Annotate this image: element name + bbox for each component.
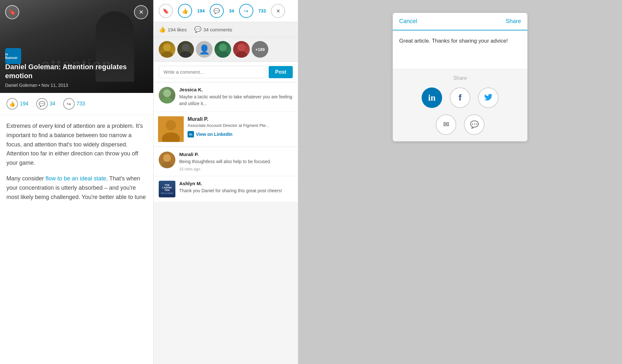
murali-comment-time: 15 mins ago xyxy=(179,167,293,171)
view-linkedin-button[interactable]: in View on LinkedIn xyxy=(188,131,293,137)
like-icon-circle: 👍 xyxy=(6,98,18,110)
share-icons-row-1: in f xyxy=(399,87,521,108)
comment-input-row: Post xyxy=(154,62,298,82)
share-card: Cancel Share Great article. Thanks for s… xyxy=(393,13,527,141)
share-card-header: Cancel Share xyxy=(393,13,527,30)
header-share-button[interactable]: ↪ xyxy=(239,4,253,18)
linkedin-card: Murali P. Associate Account Director at … xyxy=(154,112,298,147)
cancel-button[interactable]: Cancel xyxy=(399,18,417,25)
share-icons-row-2: ✉ 💬 xyxy=(399,114,521,135)
header-like-button[interactable]: 👍 xyxy=(178,4,192,18)
liker-avatar-4 xyxy=(214,41,231,58)
article-paragraph-1: Extremes of every kind of attention are … xyxy=(6,121,147,168)
linkedin-card-inner: Murali P. Associate Account Director at … xyxy=(158,116,293,142)
close-icon: ✕ xyxy=(139,9,144,16)
share-icon-circle: ↪ xyxy=(63,98,75,110)
article-actions: 👍 194 💬 34 ↪ 733 xyxy=(0,93,153,115)
meta-separator: • xyxy=(38,83,41,88)
paragraph2-prefix: Many consider xyxy=(6,175,46,182)
brand-text: in fluencer xyxy=(5,53,21,60)
share-email-button[interactable]: ✉ xyxy=(436,114,456,135)
jessica-name: Jessica K. xyxy=(179,87,293,92)
svg-point-5 xyxy=(217,51,229,58)
svg-point-7 xyxy=(236,51,247,58)
header-bookmark-button[interactable]: 🔖 xyxy=(159,4,173,18)
share-button[interactable]: Share xyxy=(506,18,521,25)
twitter-icon xyxy=(484,93,493,103)
share-linkedin-button[interactable]: in xyxy=(422,87,442,108)
header-close-icon: ✕ xyxy=(276,8,280,14)
murali-comment-text: Being thoughtless will also help to be f… xyxy=(179,158,293,165)
like-count: 194 xyxy=(20,101,29,107)
comments-stat-icon: 💬 xyxy=(194,26,201,33)
svg-point-13 xyxy=(163,154,171,162)
murali-card-title: Associate Account Director at Figment Pt… xyxy=(188,123,293,128)
murali-comment-name: Murali P. xyxy=(179,152,293,157)
jessica-comment-content: Jessica K. Maybe a tactic would be to ta… xyxy=(179,87,293,107)
comment-icon-circle: 💬 xyxy=(36,98,48,110)
svg-point-9 xyxy=(161,97,173,103)
comment-icon: 💬 xyxy=(39,101,45,107)
close-article-button[interactable]: ✕ xyxy=(134,5,148,19)
murali-comment-content: Murali P. Being thoughtless will also he… xyxy=(179,152,293,171)
post-comment-button[interactable]: Post xyxy=(269,66,293,78)
svg-point-1 xyxy=(161,51,173,58)
liker-avatar-5 xyxy=(233,41,250,58)
share-message-text[interactable]: Great article. Thanks for sharing your a… xyxy=(399,37,521,45)
ashlyn-name: Ashlyn M. xyxy=(179,181,293,186)
comment-action[interactable]: 💬 34 xyxy=(36,98,55,110)
share-facebook-button[interactable]: f xyxy=(450,87,470,108)
murali-comment-item: Murali P. Being thoughtless will also he… xyxy=(154,147,298,176)
share-message-button[interactable]: 💬 xyxy=(464,114,484,135)
comments-stats: 👍 194 likes 💬 34 comments xyxy=(154,22,298,37)
message-icon: 💬 xyxy=(470,120,479,129)
ashlyn-comment-item: THELADDIETEN THE CLASSIC Ashlyn M. Thank… xyxy=(154,176,298,202)
liker-avatar-3: 👤 xyxy=(196,41,213,58)
bookmark-button[interactable]: 🔖 xyxy=(5,5,19,19)
share-action[interactable]: ↪ 733 xyxy=(63,98,85,110)
header-close-button[interactable]: ✕ xyxy=(271,4,285,18)
ashlyn-comment-content: Ashlyn M. Thank you Daniel for sharing t… xyxy=(179,181,293,197)
like-icon: 👍 xyxy=(9,101,15,107)
likers-avatars-row: 👤 +189 xyxy=(154,37,298,62)
article-title: Daniel Goleman: Attention regulates emot… xyxy=(5,62,148,81)
svg-point-3 xyxy=(180,51,191,58)
article-body: Extremes of every kind of attention are … xyxy=(0,115,153,364)
article-hero: attention 🔖 ✕ in fluencer Daniel Goleman… xyxy=(0,0,153,93)
likes-stat-label: 194 likes xyxy=(168,27,187,32)
article-paragraph-2: Many consider flow to be an ideal state.… xyxy=(6,174,147,202)
header-comment-count: 34 xyxy=(229,8,234,13)
svg-point-2 xyxy=(182,44,189,51)
linkedin-icon: in xyxy=(428,93,435,103)
ashlyn-text: Thank you Daniel for sharing this great … xyxy=(179,187,293,194)
murali-card-name: Murali P. xyxy=(188,116,293,122)
facebook-icon: f xyxy=(458,93,461,103)
liker-avatar-1 xyxy=(159,41,175,58)
view-linkedin-label: View on LinkedIn xyxy=(196,132,232,137)
jessica-text: Maybe a tactic would be to take whatever… xyxy=(179,94,293,107)
share-twitter-button[interactable] xyxy=(478,87,499,108)
brand-logo: in fluencer xyxy=(5,48,21,64)
murali-linkedin-card-item: Murali P. Associate Account Director at … xyxy=(154,112,298,147)
like-action[interactable]: 👍 194 xyxy=(6,98,29,110)
murali-avatar xyxy=(159,152,175,168)
article-panel: attention 🔖 ✕ in fluencer Daniel Goleman… xyxy=(0,0,153,364)
article-info: Daniel Goleman: Attention regulates emot… xyxy=(5,62,148,88)
share-platforms-label: Share xyxy=(399,75,521,81)
flow-link[interactable]: flow to be an ideal state xyxy=(46,175,106,182)
jessica-avatar xyxy=(159,87,175,103)
header-comment-button[interactable]: 💬 xyxy=(210,4,224,18)
header-bookmark-icon: 🔖 xyxy=(163,8,169,14)
share-count: 733 xyxy=(77,101,85,107)
share-panel: Cancel Share Great article. Thanks for s… xyxy=(298,0,622,364)
svg-point-6 xyxy=(238,44,245,51)
murali-card-info: Murali P. Associate Account Director at … xyxy=(188,116,293,142)
more-likers-badge: +189 xyxy=(252,41,268,58)
article-author: Daniel Goleman xyxy=(5,83,37,88)
comment-input[interactable] xyxy=(159,66,266,78)
comments-panel: 🔖 👍 194 💬 34 ↪ 733 ✕ 👍 194 likes 💬 34 co… xyxy=(153,0,298,364)
header-share-count: 733 xyxy=(258,8,266,13)
comments-list: Jessica K. Maybe a tactic would be to ta… xyxy=(154,82,298,364)
linkedin-small-icon: in xyxy=(188,131,194,137)
header-share-icon: ↪ xyxy=(244,8,248,14)
